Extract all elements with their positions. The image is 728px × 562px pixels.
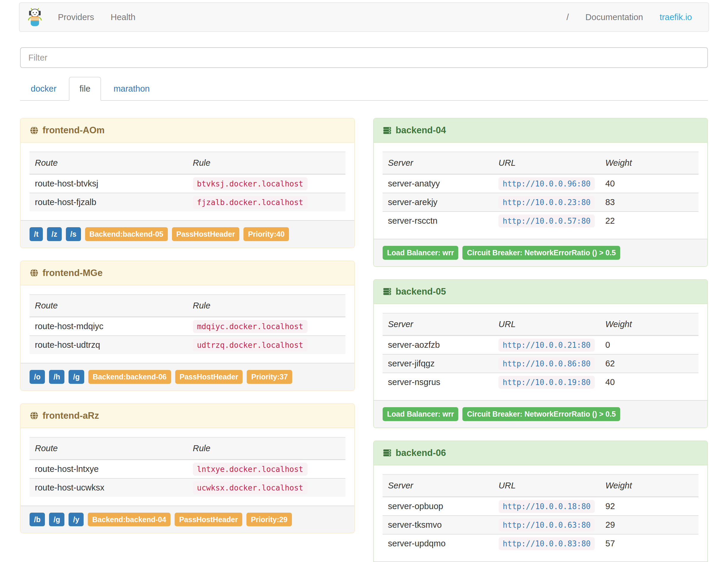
route-name: route-host-lntxye — [30, 459, 188, 478]
server-weight: 22 — [600, 212, 698, 230]
rule-code: mdqiyc.docker.localhost — [193, 320, 308, 333]
nav-documentation[interactable]: Documentation — [577, 3, 651, 31]
nav-traefik-io[interactable]: traefik.io — [651, 3, 700, 31]
server-name: server-aozfzb — [383, 335, 493, 354]
server-row: server-arekjyhttp://10.0.0.23:8083 — [383, 193, 698, 212]
frontend-panel: frontend-aRz Route Rule route-host-lntxy… — [20, 403, 355, 534]
url-column-header: URL — [493, 152, 600, 174]
tab-label[interactable]: file — [69, 77, 101, 101]
server-column-header: Server — [383, 313, 493, 336]
server-column-header: Server — [383, 152, 493, 174]
frontend-detail-badge: Backend:backend-06 — [88, 370, 171, 384]
server-url-link[interactable]: http://10.0.0.21:80 — [498, 340, 594, 350]
navbar-right: / Documentation traefik.io — [558, 3, 700, 31]
rule-code: lntxye.docker.localhost — [193, 463, 308, 476]
rule-code: ucwksx.docker.localhost — [193, 481, 308, 494]
frontend-panel-title: frontend-MGe — [43, 268, 103, 278]
backend-panel-header: backend-04 — [374, 118, 707, 143]
weight-column-header: Weight — [600, 475, 698, 497]
main-container: dockerfilemarathon frontend-AOm Route Ru… — [20, 47, 708, 562]
server-name: server-anatyy — [383, 174, 493, 193]
server-weight: 92 — [600, 497, 698, 516]
frontend-detail-badge: PassHostHeader — [175, 513, 242, 527]
server-row: server-opbuophttp://10.0.0.18:8092 — [383, 497, 698, 516]
backend-panel: backend-06 Server URL Weight server-opbu… — [373, 441, 708, 562]
frontend-panel: frontend-AOm Route Rule route-host-btvks… — [20, 118, 355, 248]
nav-health[interactable]: Health — [103, 3, 144, 31]
rule-column-header: Rule — [188, 152, 346, 174]
route-row: route-host-btvksjbtvksj.docker.localhost — [30, 174, 345, 193]
frontend-panel-footer: /b/g/yBackend:backend-04PassHostHeaderPr… — [21, 506, 354, 533]
server-weight: 62 — [600, 354, 698, 373]
route-name: route-host-udtrzq — [30, 336, 188, 354]
globe-icon — [30, 126, 39, 135]
backends-column: backend-04 Server URL Weight server-anat… — [364, 118, 717, 562]
nav-providers[interactable]: Providers — [50, 3, 103, 31]
route-badge: /s — [66, 227, 81, 241]
url-column-header: URL — [493, 313, 600, 336]
route-row: route-host-lntxyelntxye.docker.localhost — [30, 459, 345, 478]
frontend-panel-header: frontend-AOm — [21, 118, 354, 143]
server-url-code: http://10.0.0.86:80 — [498, 357, 594, 370]
server-url-link[interactable]: http://10.0.0.19:80 — [498, 377, 594, 387]
frontend-panel-body: Route Rule route-host-lntxyelntxye.docke… — [21, 428, 354, 506]
server-row: server-jifqgzhttp://10.0.0.86:8062 — [383, 354, 698, 373]
server-url-link[interactable]: http://10.0.0.57:80 — [498, 216, 594, 225]
rule-code: fjzalb.docker.localhost — [193, 196, 308, 209]
route-badge: /y — [69, 513, 84, 527]
server-url-link[interactable]: http://10.0.0.63:80 — [499, 520, 595, 529]
server-url-code: http://10.0.0.63:80 — [499, 519, 595, 532]
backend-panel-body: Server URL Weight server-anatyyhttp://10… — [374, 143, 707, 239]
tab-label[interactable]: marathon — [103, 77, 160, 101]
frontend-detail-badge: Backend:backend-05 — [85, 227, 168, 241]
route-row: route-host-ucwksxucwksx.docker.localhost — [30, 478, 345, 497]
frontend-detail-badge: PassHostHeader — [175, 370, 243, 384]
globe-icon — [30, 268, 39, 277]
traefik-logo[interactable] — [28, 7, 42, 27]
backend-panel: backend-04 Server URL Weight server-anat… — [373, 118, 708, 267]
server-url-cell: http://10.0.0.86:80 — [493, 354, 600, 373]
tab-file[interactable]: file — [69, 77, 101, 101]
servers-table: Server URL Weight server-anatyyhttp://10… — [383, 152, 698, 230]
server-name: server-updqmo — [383, 534, 493, 553]
provider-tabs: dockerfilemarathon — [20, 77, 708, 101]
backend-panel-title: backend-05 — [396, 286, 446, 297]
route-column-header: Route — [30, 295, 188, 317]
server-url-cell: http://10.0.0.96:80 — [493, 174, 600, 193]
frontend-detail-badge: Backend:backend-04 — [88, 513, 170, 527]
server-url-link[interactable]: http://10.0.0.18:80 — [499, 501, 595, 511]
rule-column-header: Rule — [188, 295, 346, 317]
server-url-cell: http://10.0.0.23:80 — [493, 193, 600, 212]
tab-docker[interactable]: docker — [20, 77, 67, 101]
frontend-panel-header: frontend-aRz — [21, 404, 354, 428]
frontend-panel-footer: /o/h/gBackend:backend-06PassHostHeaderPr… — [21, 363, 354, 390]
backend-panel-footer: Load Balancer: wrrCircuit Breaker: Netwo… — [374, 400, 707, 428]
route-row: route-host-udtrzqudtrzq.docker.localhost — [30, 336, 345, 354]
route-badge: /b — [30, 513, 45, 527]
server-url-code: http://10.0.0.96:80 — [498, 177, 594, 190]
server-url-link[interactable]: http://10.0.0.86:80 — [498, 359, 594, 368]
server-url-link[interactable]: http://10.0.0.96:80 — [498, 179, 594, 188]
backend-panel-body: Server URL Weight server-opbuophttp://10… — [374, 465, 707, 561]
server-url-link[interactable]: http://10.0.0.23:80 — [498, 197, 594, 207]
server-name: server-tksmvo — [383, 516, 493, 534]
nav-path-separator[interactable]: / — [558, 3, 577, 31]
route-badge: /g — [49, 513, 64, 527]
traefik-mascot-icon — [28, 7, 42, 27]
tab-label[interactable]: docker — [20, 77, 67, 101]
frontend-panel-title: frontend-aRz — [43, 410, 99, 421]
server-url-code: http://10.0.0.23:80 — [498, 196, 594, 209]
backend-panel-body: Server URL Weight server-aozfzbhttp://10… — [374, 304, 707, 400]
server-url-cell: http://10.0.0.57:80 — [493, 212, 600, 230]
url-column-header: URL — [493, 475, 600, 497]
tab-marathon[interactable]: marathon — [103, 77, 160, 101]
server-row: server-rscctnhttp://10.0.0.57:8022 — [383, 212, 698, 230]
filter-input[interactable] — [20, 47, 708, 68]
frontend-panel-header: frontend-MGe — [21, 261, 354, 285]
server-row: server-updqmohttp://10.0.0.83:8057 — [383, 534, 698, 553]
route-name: route-host-mdqiyc — [30, 317, 188, 336]
routes-table: Route Rule route-host-lntxyelntxye.docke… — [30, 437, 345, 497]
route-row: route-host-fjzalbfjzalb.docker.localhost — [30, 193, 345, 211]
server-url-link[interactable]: http://10.0.0.83:80 — [499, 539, 595, 548]
route-column-header: Route — [30, 152, 188, 174]
